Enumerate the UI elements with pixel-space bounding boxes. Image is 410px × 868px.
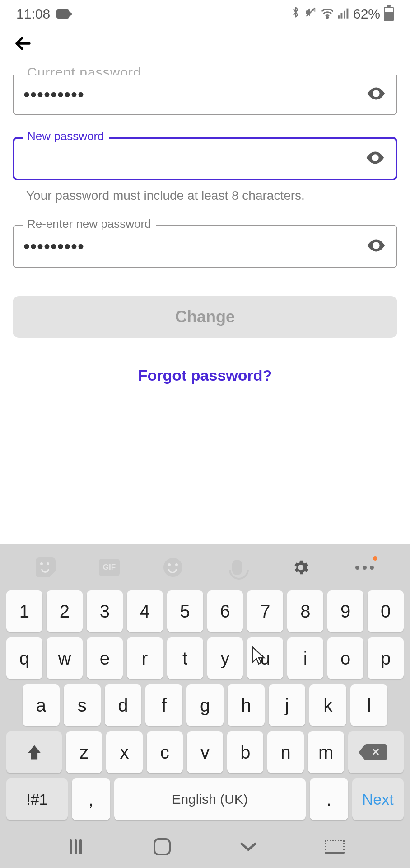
battery-text: 62%: [353, 6, 380, 22]
bluetooth-icon: [291, 5, 301, 22]
key-o[interactable]: o: [327, 637, 363, 679]
clock: 11:08: [16, 6, 50, 22]
comma-key[interactable]: ,: [72, 778, 110, 820]
change-password-form: Current password ••••••••• New password …: [0, 66, 410, 384]
new-password-input[interactable]: [24, 151, 365, 166]
sticker-icon[interactable]: [35, 557, 56, 578]
key-2[interactable]: 2: [47, 590, 83, 632]
current-password-field[interactable]: •••••••••: [13, 75, 397, 115]
svg-rect-3: [340, 13, 342, 19]
key-3[interactable]: 3: [87, 590, 123, 632]
key-g[interactable]: g: [186, 684, 224, 726]
new-password-label: New password: [23, 129, 109, 143]
eye-icon[interactable]: [366, 235, 387, 258]
back-icon[interactable]: [235, 841, 262, 853]
key-6[interactable]: 6: [207, 590, 243, 632]
key-w[interactable]: w: [47, 637, 83, 679]
keyboard-row-3: asdfghjkl: [5, 684, 405, 726]
next-key[interactable]: Next: [352, 778, 404, 820]
camera-indicator-icon: [56, 9, 69, 19]
mic-icon[interactable]: [227, 557, 247, 578]
svg-rect-2: [338, 15, 340, 19]
signal-icon: [338, 6, 349, 22]
new-password-field[interactable]: [13, 137, 397, 180]
key-p[interactable]: p: [368, 637, 404, 679]
svg-rect-4: [344, 10, 345, 18]
soft-keyboard: GIF 1234567890 qwertyuiop asdfghjkl zxcv…: [0, 544, 410, 868]
key-h[interactable]: h: [228, 684, 265, 726]
eye-icon[interactable]: [366, 83, 387, 106]
svg-point-7: [373, 156, 377, 160]
shift-key[interactable]: [6, 731, 62, 773]
key-y[interactable]: y: [207, 637, 243, 679]
reenter-password-field[interactable]: •••••••••: [13, 225, 397, 268]
key-k[interactable]: k: [309, 684, 346, 726]
reenter-password-value: •••••••••: [23, 237, 84, 255]
more-options-icon[interactable]: [354, 557, 375, 578]
system-nav-bar: [5, 826, 405, 860]
keyboard-row-2: qwertyuiop: [5, 637, 405, 679]
key-1[interactable]: 1: [6, 590, 42, 632]
key-z[interactable]: z: [66, 731, 102, 773]
key-8[interactable]: 8: [287, 590, 323, 632]
gif-icon[interactable]: GIF: [99, 557, 120, 578]
key-e[interactable]: e: [87, 637, 123, 679]
svg-rect-5: [346, 8, 348, 18]
keyboard-row-4: zxcvbnm ✕: [5, 731, 405, 773]
symbols-key[interactable]: !#1: [6, 778, 68, 820]
home-icon[interactable]: [149, 838, 176, 855]
mute-vibrate-icon: [304, 6, 317, 22]
key-j[interactable]: j: [269, 684, 306, 726]
key-s[interactable]: s: [64, 684, 101, 726]
backspace-key[interactable]: ✕: [348, 731, 404, 773]
recents-icon[interactable]: [62, 839, 89, 854]
current-password-label-cutoff: Current password: [13, 66, 397, 75]
eye-icon[interactable]: [365, 147, 386, 170]
key-t[interactable]: t: [167, 637, 203, 679]
key-5[interactable]: 5: [167, 590, 203, 632]
key-7[interactable]: 7: [247, 590, 283, 632]
period-key[interactable]: .: [310, 778, 348, 820]
forgot-password-link[interactable]: Forgot password?: [13, 367, 397, 384]
battery-icon: [384, 7, 394, 21]
key-0[interactable]: 0: [368, 590, 404, 632]
key-c[interactable]: c: [147, 731, 183, 773]
svg-point-1: [326, 16, 328, 18]
key-b[interactable]: b: [227, 731, 263, 773]
password-hint: Your password must include at least 8 ch…: [13, 180, 397, 203]
svg-point-6: [374, 92, 378, 95]
wifi-icon: [321, 6, 334, 22]
key-i[interactable]: i: [287, 637, 323, 679]
key-q[interactable]: q: [6, 637, 42, 679]
emoji-icon[interactable]: [163, 557, 183, 578]
current-password-value: •••••••••: [23, 85, 84, 104]
key-n[interactable]: n: [267, 731, 303, 773]
keyboard-row-numbers: 1234567890: [5, 590, 405, 632]
key-l[interactable]: l: [350, 684, 387, 726]
svg-point-8: [374, 244, 378, 247]
status-bar: 11:08 62%: [0, 0, 410, 28]
change-button[interactable]: Change: [13, 296, 397, 338]
key-x[interactable]: x: [106, 731, 142, 773]
key-4[interactable]: 4: [127, 590, 163, 632]
key-d[interactable]: d: [105, 684, 142, 726]
reenter-password-label: Re-enter new password: [23, 217, 156, 231]
mouse-cursor-icon: [251, 646, 266, 667]
key-v[interactable]: v: [187, 731, 223, 773]
key-r[interactable]: r: [127, 637, 163, 679]
key-a[interactable]: a: [23, 684, 60, 726]
key-9[interactable]: 9: [327, 590, 363, 632]
keyboard-toggle-icon[interactable]: [321, 840, 348, 854]
key-m[interactable]: m: [308, 731, 344, 773]
key-f[interactable]: f: [145, 684, 182, 726]
space-key[interactable]: English (UK): [114, 778, 306, 820]
gear-icon[interactable]: [290, 557, 311, 578]
back-arrow-icon[interactable]: [14, 47, 33, 54]
keyboard-row-bottom: !#1 , English (UK) . Next: [5, 778, 405, 820]
